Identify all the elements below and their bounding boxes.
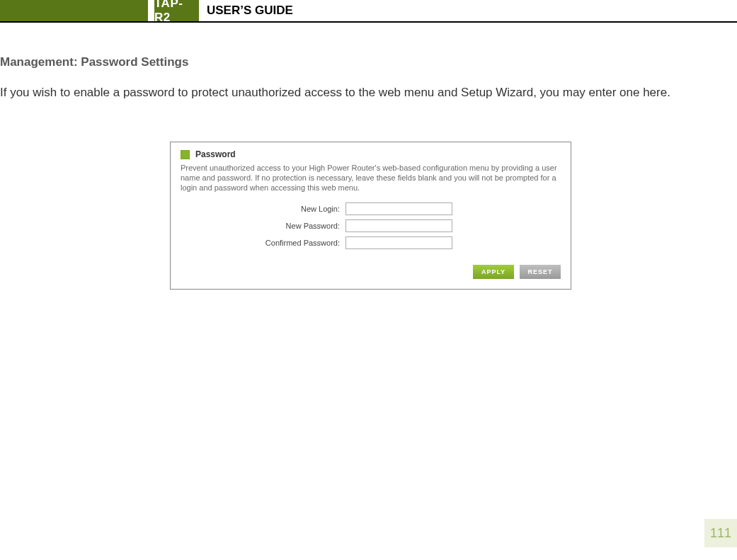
header-title: USER’S GUIDE (207, 0, 293, 21)
reset-button[interactable]: RESET (520, 265, 561, 279)
label-new-password: New Password: (181, 222, 345, 230)
panel-heading-square-icon (181, 150, 190, 159)
row-new-login: New Login: (181, 202, 561, 215)
panel-description: Prevent unauthorized access to your High… (181, 164, 561, 193)
password-panel: Password Prevent unauthorized access to … (170, 142, 571, 290)
input-confirm-password[interactable] (345, 236, 452, 249)
panel-heading-row: Password (181, 149, 561, 159)
buttons-row: APPLY RESET (181, 265, 561, 279)
page-number: 111 (704, 519, 737, 547)
label-new-login: New Login: (181, 205, 345, 213)
row-confirm-password: Confirmed Password: (181, 236, 561, 249)
input-new-login[interactable] (345, 202, 452, 215)
row-new-password: New Password: (181, 219, 561, 232)
header-olive-bar (0, 0, 148, 21)
section-title: Management: Password Settings (0, 55, 188, 69)
input-new-password[interactable] (345, 219, 452, 232)
apply-button[interactable]: APPLY (473, 265, 514, 279)
form-rows: New Login: New Password: Confirmed Passw… (181, 202, 561, 249)
page-header: TAP-R2 USER’S GUIDE (0, 0, 737, 23)
section-body: If you wish to enable a password to prot… (0, 84, 722, 102)
header-product-name: TAP-R2 (154, 0, 199, 21)
panel-heading-text: Password (195, 149, 236, 159)
label-confirm-password: Confirmed Password: (181, 239, 345, 247)
